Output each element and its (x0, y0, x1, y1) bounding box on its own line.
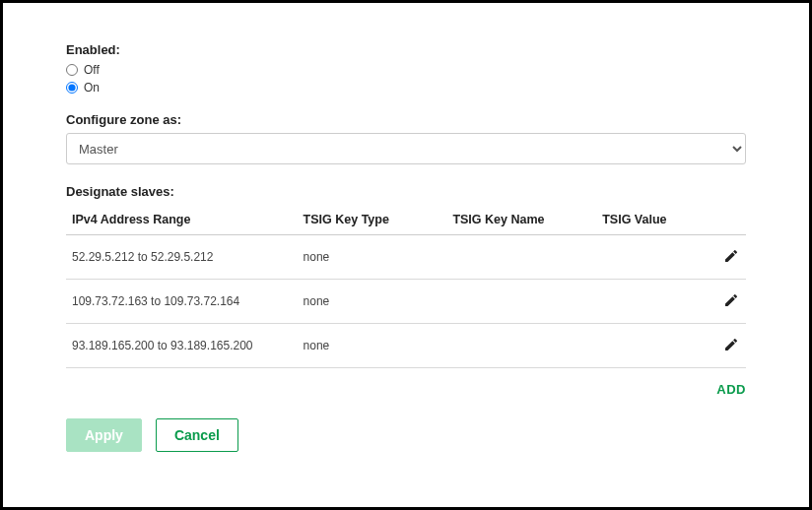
configure-zone-select[interactable]: Master (66, 133, 746, 164)
cell-key-type: none (298, 280, 447, 324)
enabled-off-label: Off (84, 63, 100, 77)
edit-row-button[interactable] (722, 336, 740, 353)
pencil-icon (723, 292, 739, 308)
enabled-label: Enabled: (66, 42, 746, 57)
configure-zone-select-wrap: Master (66, 133, 746, 164)
enabled-off-radio[interactable] (66, 64, 78, 76)
table-row: 52.29.5.212 to 52.29.5.212 none (66, 235, 746, 280)
cell-key-value (596, 280, 699, 324)
pencil-icon (723, 248, 739, 264)
pencil-icon (723, 337, 739, 352)
table-row: 93.189.165.200 to 93.189.165.200 none (66, 324, 746, 368)
cell-key-type: none (298, 324, 447, 368)
cell-key-value (596, 324, 699, 368)
header-key-type: TSIG Key Type (298, 205, 447, 235)
header-key-name: TSIG Key Name (446, 205, 596, 235)
cell-key-value (596, 235, 699, 280)
enabled-on-label: On (84, 81, 100, 95)
enabled-on-option[interactable]: On (66, 81, 746, 95)
edit-row-button[interactable] (722, 247, 740, 265)
cancel-button[interactable]: Cancel (156, 418, 238, 452)
cell-ip: 109.73.72.163 to 109.73.72.164 (66, 280, 298, 324)
table-row: 109.73.72.163 to 109.73.72.164 none (66, 280, 746, 324)
configure-zone-label: Configure zone as: (66, 112, 746, 127)
header-actions (699, 205, 746, 235)
cell-ip: 93.189.165.200 to 93.189.165.200 (66, 324, 298, 368)
button-row: Apply Cancel (66, 418, 746, 452)
cell-key-name (446, 324, 596, 368)
cell-key-type: none (298, 235, 447, 280)
slaves-table: IPv4 Address Range TSIG Key Type TSIG Ke… (66, 205, 746, 368)
cell-key-name (446, 235, 596, 280)
edit-row-button[interactable] (722, 291, 740, 309)
header-ip: IPv4 Address Range (66, 205, 298, 235)
zone-config-frame: Enabled: Off On Configure zone as: Maste… (0, 0, 812, 510)
enabled-on-radio[interactable] (66, 82, 78, 94)
designate-slaves-label: Designate slaves: (66, 184, 746, 199)
enabled-off-option[interactable]: Off (66, 63, 746, 77)
add-row: ADD (66, 382, 746, 397)
cell-ip: 52.29.5.212 to 52.29.5.212 (66, 235, 298, 280)
slaves-header-row: IPv4 Address Range TSIG Key Type TSIG Ke… (66, 205, 746, 235)
cell-key-name (446, 280, 596, 324)
add-button[interactable]: ADD (716, 382, 746, 397)
enabled-radio-group: Off On (66, 63, 746, 95)
apply-button[interactable]: Apply (66, 418, 142, 452)
header-key-value: TSIG Value (596, 205, 699, 235)
